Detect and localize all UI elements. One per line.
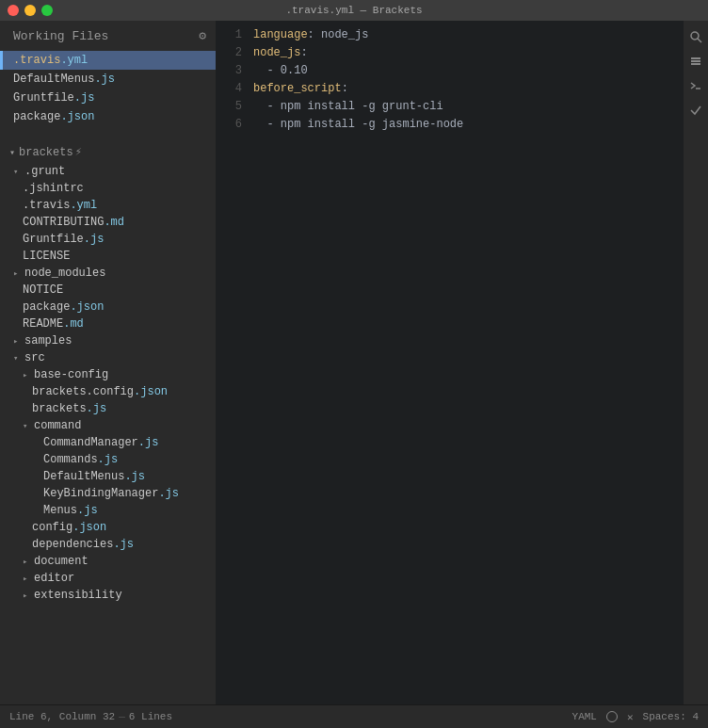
folder-document[interactable]: document xyxy=(0,553,216,570)
code-line: 3 - 0.10 xyxy=(216,64,684,82)
folder-samples[interactable]: samples xyxy=(0,332,216,349)
folder-triangle-icon xyxy=(13,167,23,177)
list-item[interactable]: LICENSE xyxy=(0,248,216,265)
file-name: package.json xyxy=(13,110,94,123)
project-header[interactable]: ▾ brackets ⚡ xyxy=(0,138,216,163)
line-count: 6 Lines xyxy=(129,711,172,722)
working-files-header: Working Files ⚙ xyxy=(0,21,216,51)
list-item[interactable]: NOTICE xyxy=(0,282,216,299)
list-item[interactable]: KeyBindingManager.js xyxy=(0,485,216,502)
separator: — xyxy=(119,711,125,722)
folder-triangle-icon xyxy=(23,557,32,567)
lint-icon[interactable] xyxy=(606,711,618,722)
list-item[interactable]: DefaultMenus.js xyxy=(0,468,216,485)
title-bar: .travis.yml — Brackets xyxy=(0,0,708,21)
list-item[interactable]: .jshintrc xyxy=(0,180,216,197)
line-number: 6 xyxy=(216,118,253,131)
working-file-item[interactable]: .travis.yml xyxy=(0,51,216,70)
working-files-label: Working Files xyxy=(13,29,108,43)
svg-rect-4 xyxy=(691,63,700,65)
file-name: .jshintrc xyxy=(23,182,84,195)
list-item[interactable]: CommandManager.js xyxy=(0,434,216,451)
file-name: dependencies.js xyxy=(32,538,134,551)
window-title: .travis.yml — Brackets xyxy=(285,5,422,16)
folder-triangle-icon xyxy=(23,370,32,380)
list-item[interactable]: README.md xyxy=(0,315,216,332)
list-item[interactable]: package.json xyxy=(0,299,216,315)
list-item[interactable]: CONTRIBUTING.md xyxy=(0,214,216,231)
sidebar: Working Files ⚙ .travis.yml DefaultMenus… xyxy=(0,21,216,704)
svg-rect-3 xyxy=(691,60,700,62)
cursor-position: Line 6, Column 32 — 6 Lines xyxy=(9,711,172,722)
status-bar: Line 6, Column 32 — 6 Lines YAML ✕ Space… xyxy=(0,704,708,728)
folder-name: base-config xyxy=(34,368,108,381)
file-name: Menus.js xyxy=(43,504,98,517)
list-item[interactable]: Gruntfile.js xyxy=(0,231,216,248)
folder-name: extensibility xyxy=(34,589,122,602)
folder-editor[interactable]: editor xyxy=(0,570,216,587)
working-files-list: .travis.yml DefaultMenus.js Gruntfile.js… xyxy=(0,51,216,126)
line-number: 3 xyxy=(216,64,253,77)
layers-icon[interactable] xyxy=(685,51,706,72)
line-number: 2 xyxy=(216,46,253,59)
line-number: 5 xyxy=(216,100,253,113)
maximize-button[interactable] xyxy=(41,5,53,16)
list-item[interactable]: .travis.yml xyxy=(0,197,216,214)
file-name: Commands.js xyxy=(43,453,118,466)
file-name: brackets.config.json xyxy=(32,385,168,398)
list-item[interactable]: brackets.config.json xyxy=(0,383,216,400)
folder-command[interactable]: command xyxy=(0,417,216,434)
language-label: YAML xyxy=(572,711,597,722)
line-content: - npm install -g jasmine-node xyxy=(253,118,463,131)
folder-base-config[interactable]: base-config xyxy=(0,366,216,383)
folder-triangle-icon xyxy=(23,574,32,584)
terminal-icon[interactable] xyxy=(685,75,706,96)
code-line: 1 language: node_js xyxy=(216,28,684,46)
svg-line-1 xyxy=(698,39,701,42)
svg-point-0 xyxy=(691,32,699,40)
list-item[interactable]: Commands.js xyxy=(0,451,216,468)
folder-node-modules[interactable]: node_modules xyxy=(0,265,216,282)
position-text: Line 6, Column 32 xyxy=(9,711,115,722)
minimize-button[interactable] xyxy=(24,5,36,16)
file-name: DefaultMenus.js xyxy=(13,73,115,86)
list-item[interactable]: config.json xyxy=(0,519,216,536)
file-name: CommandManager.js xyxy=(43,436,158,449)
file-tree: ▾ brackets ⚡ .grunt .jshintrc .travis.ym… xyxy=(0,138,216,704)
file-name: config.json xyxy=(32,521,106,534)
folder-grunt[interactable]: .grunt xyxy=(0,163,216,180)
list-item[interactable]: dependencies.js xyxy=(0,536,216,553)
file-name: DefaultMenus.js xyxy=(43,470,145,483)
right-toolbar xyxy=(684,21,708,704)
code-line: 4 before_script: xyxy=(216,82,684,100)
check-icon[interactable] xyxy=(685,100,706,121)
working-file-item[interactable]: package.json xyxy=(0,107,216,126)
file-name: .travis.yml xyxy=(13,54,88,67)
folder-src[interactable]: src xyxy=(0,349,216,366)
working-file-item[interactable]: Gruntfile.js xyxy=(0,89,216,107)
folder-extensibility[interactable]: extensibility xyxy=(0,587,216,604)
file-name: Gruntfile.js xyxy=(23,233,104,246)
line-number: 1 xyxy=(216,28,253,41)
code-line: 5 - npm install -g grunt-cli xyxy=(216,100,684,118)
search-icon[interactable] xyxy=(685,26,706,47)
status-right: YAML ✕ Spaces: 4 xyxy=(572,711,699,723)
line-content: - npm install -g grunt-cli xyxy=(253,100,443,113)
folder-triangle-icon xyxy=(23,421,32,431)
file-name: CONTRIBUTING.md xyxy=(23,216,124,229)
gear-icon[interactable]: ⚙ xyxy=(199,28,206,43)
close-icon[interactable]: ✕ xyxy=(627,711,634,723)
line-content: language: node_js xyxy=(253,28,368,41)
list-item[interactable]: Menus.js xyxy=(0,502,216,519)
file-name: package.json xyxy=(23,300,104,314)
chevron-icon: ▾ xyxy=(9,147,15,158)
close-button[interactable] xyxy=(8,5,19,16)
working-file-item[interactable]: DefaultMenus.js xyxy=(0,70,216,89)
line-number: 4 xyxy=(216,82,253,95)
editor-area[interactable]: 1 language: node_js 2 node_js: 3 - 0.10 … xyxy=(216,21,684,704)
list-item[interactable]: brackets.js xyxy=(0,400,216,417)
editor-content: 1 language: node_js 2 node_js: 3 - 0.10 … xyxy=(216,21,684,704)
file-name: NOTICE xyxy=(23,283,63,297)
folder-triangle-icon xyxy=(13,268,23,279)
spaces-label: Spaces: 4 xyxy=(643,711,699,722)
